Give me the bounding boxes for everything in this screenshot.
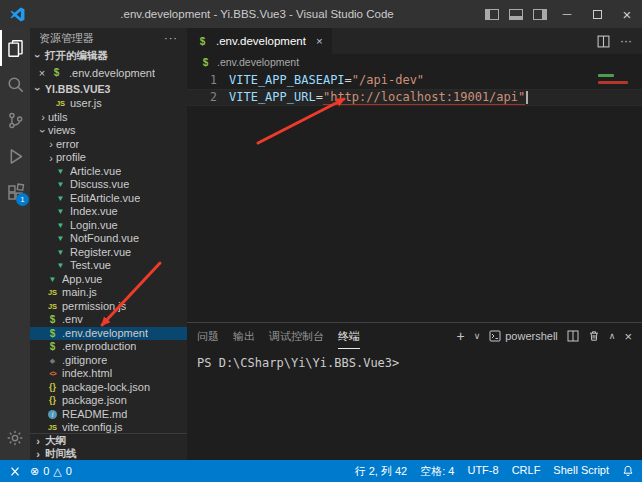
terminal-shell-selector[interactable]: powershell [489,330,558,342]
status-item[interactable]: 行 2, 列 42 [355,464,408,479]
close-editor-icon[interactable]: × [37,67,47,79]
file-label: README.md [62,408,127,422]
close-window-button[interactable]: × [612,0,642,28]
tree-item-Article.vue[interactable]: ▼Article.vue [30,165,187,179]
split-terminal-icon[interactable] [567,330,579,342]
tree-item-profile[interactable]: ›profile [30,151,187,165]
minimap[interactable] [598,74,628,84]
vue-file-icon: ▼ [54,246,67,258]
tree-item-Index.vue[interactable]: ▼Index.vue [30,205,187,219]
tree-item-.env.development[interactable]: $.env.development [30,327,187,341]
open-editor-item[interactable]: × $ .env.development [30,64,187,81]
project-section-header[interactable]: › YI.BBS.VUE3 [30,81,187,97]
tree-item-package.json[interactable]: {}package.json [30,394,187,408]
maximize-icon [593,10,602,19]
explorer-more-actions-icon[interactable]: ··· [164,32,178,44]
tree-item-App.vue[interactable]: ▼App.vue [30,273,187,287]
file-label: main.js [62,286,97,300]
status-item[interactable]: UTF-8 [467,464,498,479]
status-item[interactable]: CRLF [512,464,541,479]
tree-item-README.md[interactable]: iREADME.md [30,408,187,422]
line-content: VITE_APP_BASEAPI="/api-dev" [229,72,424,89]
status-item[interactable]: Shell Script [553,464,609,479]
vscode-logo-icon [0,7,34,22]
vue-file-icon: ▼ [54,219,67,231]
maximize-panel-icon[interactable]: ∧ [609,331,616,341]
file-label: Index.vue [70,205,118,219]
panel-tab-输出[interactable]: 输出 [233,323,255,349]
sidebar-bottom-sections: › 大纲 › 时间线 [30,433,187,460]
panel-tab-问题[interactable]: 问题 [197,323,219,349]
titlebar-actions: ─ × [480,0,642,28]
close-panel-icon[interactable]: × [624,329,632,344]
tree-item-.env.production[interactable]: $.env.production [30,340,187,354]
minimize-button[interactable]: ─ [552,0,582,28]
panel-tab-终端[interactable]: 终端 [338,323,360,349]
problems-status[interactable]: ⊗ 0 △ 0 [30,465,72,478]
run-debug-icon [6,147,25,166]
split-editor-icon[interactable] [597,35,610,48]
kill-terminal-trash-icon[interactable] [588,330,600,342]
breadcrumb[interactable]: $ .env.development [187,54,642,70]
tab-env-development[interactable]: $ .env.development × [187,28,332,54]
status-item[interactable]: 空格: 4 [420,464,454,479]
activity-search-button[interactable] [0,66,30,102]
tree-item-permission.js[interactable]: JSpermission.js [30,300,187,314]
activity-run-debug-button[interactable] [0,138,30,174]
tree-item-Discuss.vue[interactable]: ▼Discuss.vue [30,178,187,192]
tree-item-Login.vue[interactable]: ▼Login.vue [30,219,187,233]
new-terminal-icon[interactable]: + [456,328,464,344]
chevron-down-icon: › [38,126,48,136]
tree-item-views[interactable]: ›views [30,124,187,138]
outline-section-header[interactable]: › 大纲 [30,434,187,447]
terminal-view[interactable]: PS D:\CSharp\Yi\Yi.BBS.Vue3> [187,349,642,460]
maximize-button[interactable] [582,0,612,28]
activity-extensions-button[interactable]: 1 [0,174,30,210]
code-line-1[interactable]: 1VITE_APP_BASEAPI="/api-dev" [187,72,642,89]
tree-item-.gitignore[interactable]: ◆.gitignore [30,354,187,368]
close-tab-icon[interactable]: × [316,35,323,47]
tree-item-NotFound.vue[interactable]: ▼NotFound.vue [30,232,187,246]
panel-tab-调试控制台[interactable]: 调试控制台 [269,323,324,349]
timeline-section-header[interactable]: › 时间线 [30,447,187,460]
token-string: "http://localhost:19001/api" [323,90,525,105]
toggle-sidebar-icon[interactable] [485,9,499,20]
notifications-bell-icon[interactable] [622,465,634,477]
token-operator: = [316,90,323,104]
more-actions-icon[interactable]: ··· [620,34,632,48]
tree-item-vite.config.js[interactable]: JSvite.config.js [30,421,187,433]
file-label: vite.config.js [62,421,123,433]
code-line-2[interactable]: 2VITE_APP_URL="http://localhost:19001/ap… [187,89,642,106]
activity-explorer-button[interactable] [0,30,30,66]
tree-item-index.html[interactable]: <>index.html [30,367,187,381]
titlebar: .env.development - Yi.BBS.Vue3 - Visual … [0,0,642,28]
tree-item-error[interactable]: ›error [30,138,187,152]
files-icon [6,39,25,58]
toggle-secondary-sidebar-icon[interactable] [533,9,547,20]
panel-tabs: 问题输出调试控制台终端 [197,323,360,349]
file-label: Article.vue [70,165,121,179]
js-file-icon: JS [46,300,59,312]
file-label: Login.vue [70,219,118,233]
tree-item-package-lock.json[interactable]: {}package-lock.json [30,381,187,395]
tree-item-user.js[interactable]: JSuser.js [30,97,187,111]
tree-item-Register.vue[interactable]: ▼Register.vue [30,246,187,260]
manage-button[interactable] [0,420,30,456]
toggle-panel-icon[interactable] [509,9,523,20]
token-variable: VITE_APP_BASEAPI [229,73,345,87]
tree-item-Test.vue[interactable]: ▼Test.vue [30,259,187,273]
file-label: .env [62,313,83,327]
remote-indicator[interactable] [8,466,22,477]
open-editors-header[interactable]: › 打开的编辑器 [30,48,187,64]
minimap-line-2 [598,81,628,84]
project-name-label: YI.BBS.VUE3 [45,83,110,95]
tree-item-EditArticle.vue[interactable]: ▼EditArticle.vue [30,192,187,206]
tree-item-.env[interactable]: $.env [30,313,187,327]
activity-source-control-button[interactable] [0,102,30,138]
code-editor[interactable]: 1VITE_APP_BASEAPI="/api-dev"2VITE_APP_UR… [187,70,642,322]
tree-item-main.js[interactable]: JSmain.js [30,286,187,300]
tree-item-utils[interactable]: ›utils [30,111,187,125]
html-file-icon: <> [46,368,59,380]
status-bar: ⊗ 0 △ 0 行 2, 列 42空格: 4UTF-8CRLFShell Scr… [0,460,642,482]
terminal-profile-dropdown-icon[interactable]: ∨ [474,331,481,341]
